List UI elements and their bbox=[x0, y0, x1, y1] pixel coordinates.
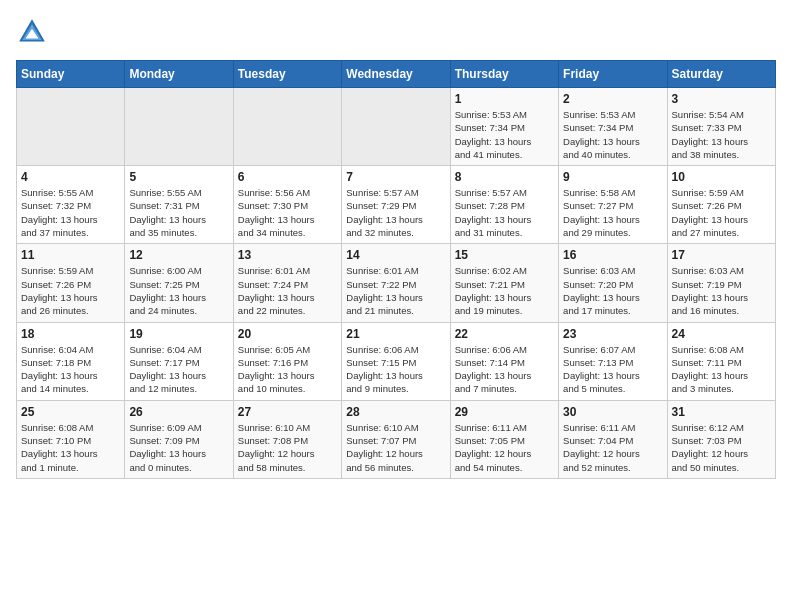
day-info: Sunrise: 5:59 AM Sunset: 7:26 PM Dayligh… bbox=[21, 264, 120, 317]
day-cell bbox=[125, 88, 233, 166]
day-cell: 17Sunrise: 6:03 AM Sunset: 7:19 PM Dayli… bbox=[667, 244, 775, 322]
day-info: Sunrise: 5:59 AM Sunset: 7:26 PM Dayligh… bbox=[672, 186, 771, 239]
day-cell: 26Sunrise: 6:09 AM Sunset: 7:09 PM Dayli… bbox=[125, 400, 233, 478]
day-number: 25 bbox=[21, 405, 120, 419]
day-cell: 31Sunrise: 6:12 AM Sunset: 7:03 PM Dayli… bbox=[667, 400, 775, 478]
day-info: Sunrise: 5:55 AM Sunset: 7:32 PM Dayligh… bbox=[21, 186, 120, 239]
day-number: 18 bbox=[21, 327, 120, 341]
day-cell: 4Sunrise: 5:55 AM Sunset: 7:32 PM Daylig… bbox=[17, 166, 125, 244]
day-cell: 21Sunrise: 6:06 AM Sunset: 7:15 PM Dayli… bbox=[342, 322, 450, 400]
day-cell bbox=[342, 88, 450, 166]
day-cell: 3Sunrise: 5:54 AM Sunset: 7:33 PM Daylig… bbox=[667, 88, 775, 166]
day-cell: 8Sunrise: 5:57 AM Sunset: 7:28 PM Daylig… bbox=[450, 166, 558, 244]
day-number: 1 bbox=[455, 92, 554, 106]
day-cell: 30Sunrise: 6:11 AM Sunset: 7:04 PM Dayli… bbox=[559, 400, 667, 478]
week-row-4: 18Sunrise: 6:04 AM Sunset: 7:18 PM Dayli… bbox=[17, 322, 776, 400]
day-number: 14 bbox=[346, 248, 445, 262]
day-cell: 2Sunrise: 5:53 AM Sunset: 7:34 PM Daylig… bbox=[559, 88, 667, 166]
day-cell: 20Sunrise: 6:05 AM Sunset: 7:16 PM Dayli… bbox=[233, 322, 341, 400]
day-number: 17 bbox=[672, 248, 771, 262]
day-cell: 18Sunrise: 6:04 AM Sunset: 7:18 PM Dayli… bbox=[17, 322, 125, 400]
day-info: Sunrise: 6:04 AM Sunset: 7:18 PM Dayligh… bbox=[21, 343, 120, 396]
day-info: Sunrise: 6:05 AM Sunset: 7:16 PM Dayligh… bbox=[238, 343, 337, 396]
day-cell: 9Sunrise: 5:58 AM Sunset: 7:27 PM Daylig… bbox=[559, 166, 667, 244]
day-cell: 19Sunrise: 6:04 AM Sunset: 7:17 PM Dayli… bbox=[125, 322, 233, 400]
day-cell: 5Sunrise: 5:55 AM Sunset: 7:31 PM Daylig… bbox=[125, 166, 233, 244]
day-number: 31 bbox=[672, 405, 771, 419]
day-info: Sunrise: 5:57 AM Sunset: 7:28 PM Dayligh… bbox=[455, 186, 554, 239]
day-info: Sunrise: 6:12 AM Sunset: 7:03 PM Dayligh… bbox=[672, 421, 771, 474]
header-cell-tuesday: Tuesday bbox=[233, 61, 341, 88]
day-cell: 29Sunrise: 6:11 AM Sunset: 7:05 PM Dayli… bbox=[450, 400, 558, 478]
week-row-2: 4Sunrise: 5:55 AM Sunset: 7:32 PM Daylig… bbox=[17, 166, 776, 244]
day-info: Sunrise: 6:07 AM Sunset: 7:13 PM Dayligh… bbox=[563, 343, 662, 396]
calendar-body: 1Sunrise: 5:53 AM Sunset: 7:34 PM Daylig… bbox=[17, 88, 776, 479]
day-cell: 6Sunrise: 5:56 AM Sunset: 7:30 PM Daylig… bbox=[233, 166, 341, 244]
week-row-1: 1Sunrise: 5:53 AM Sunset: 7:34 PM Daylig… bbox=[17, 88, 776, 166]
day-cell: 27Sunrise: 6:10 AM Sunset: 7:08 PM Dayli… bbox=[233, 400, 341, 478]
day-cell: 16Sunrise: 6:03 AM Sunset: 7:20 PM Dayli… bbox=[559, 244, 667, 322]
header-row: SundayMondayTuesdayWednesdayThursdayFrid… bbox=[17, 61, 776, 88]
day-cell: 7Sunrise: 5:57 AM Sunset: 7:29 PM Daylig… bbox=[342, 166, 450, 244]
header-cell-thursday: Thursday bbox=[450, 61, 558, 88]
day-info: Sunrise: 6:04 AM Sunset: 7:17 PM Dayligh… bbox=[129, 343, 228, 396]
header-cell-monday: Monday bbox=[125, 61, 233, 88]
day-info: Sunrise: 5:54 AM Sunset: 7:33 PM Dayligh… bbox=[672, 108, 771, 161]
day-info: Sunrise: 6:03 AM Sunset: 7:20 PM Dayligh… bbox=[563, 264, 662, 317]
day-cell: 14Sunrise: 6:01 AM Sunset: 7:22 PM Dayli… bbox=[342, 244, 450, 322]
day-number: 13 bbox=[238, 248, 337, 262]
day-cell: 23Sunrise: 6:07 AM Sunset: 7:13 PM Dayli… bbox=[559, 322, 667, 400]
day-info: Sunrise: 6:06 AM Sunset: 7:15 PM Dayligh… bbox=[346, 343, 445, 396]
day-info: Sunrise: 6:09 AM Sunset: 7:09 PM Dayligh… bbox=[129, 421, 228, 474]
day-cell bbox=[233, 88, 341, 166]
header-cell-friday: Friday bbox=[559, 61, 667, 88]
day-info: Sunrise: 6:01 AM Sunset: 7:24 PM Dayligh… bbox=[238, 264, 337, 317]
day-cell bbox=[17, 88, 125, 166]
day-number: 8 bbox=[455, 170, 554, 184]
day-number: 20 bbox=[238, 327, 337, 341]
day-number: 23 bbox=[563, 327, 662, 341]
header-cell-saturday: Saturday bbox=[667, 61, 775, 88]
day-number: 30 bbox=[563, 405, 662, 419]
day-cell: 11Sunrise: 5:59 AM Sunset: 7:26 PM Dayli… bbox=[17, 244, 125, 322]
day-number: 26 bbox=[129, 405, 228, 419]
day-cell: 24Sunrise: 6:08 AM Sunset: 7:11 PM Dayli… bbox=[667, 322, 775, 400]
day-info: Sunrise: 6:11 AM Sunset: 7:05 PM Dayligh… bbox=[455, 421, 554, 474]
day-cell: 12Sunrise: 6:00 AM Sunset: 7:25 PM Dayli… bbox=[125, 244, 233, 322]
week-row-5: 25Sunrise: 6:08 AM Sunset: 7:10 PM Dayli… bbox=[17, 400, 776, 478]
logo bbox=[16, 16, 52, 48]
day-info: Sunrise: 5:58 AM Sunset: 7:27 PM Dayligh… bbox=[563, 186, 662, 239]
day-number: 28 bbox=[346, 405, 445, 419]
header-cell-sunday: Sunday bbox=[17, 61, 125, 88]
day-info: Sunrise: 6:11 AM Sunset: 7:04 PM Dayligh… bbox=[563, 421, 662, 474]
day-cell: 28Sunrise: 6:10 AM Sunset: 7:07 PM Dayli… bbox=[342, 400, 450, 478]
day-info: Sunrise: 6:03 AM Sunset: 7:19 PM Dayligh… bbox=[672, 264, 771, 317]
week-row-3: 11Sunrise: 5:59 AM Sunset: 7:26 PM Dayli… bbox=[17, 244, 776, 322]
day-number: 3 bbox=[672, 92, 771, 106]
day-cell: 25Sunrise: 6:08 AM Sunset: 7:10 PM Dayli… bbox=[17, 400, 125, 478]
day-number: 12 bbox=[129, 248, 228, 262]
day-number: 2 bbox=[563, 92, 662, 106]
day-number: 4 bbox=[21, 170, 120, 184]
day-info: Sunrise: 6:02 AM Sunset: 7:21 PM Dayligh… bbox=[455, 264, 554, 317]
calendar-header: SundayMondayTuesdayWednesdayThursdayFrid… bbox=[17, 61, 776, 88]
day-number: 6 bbox=[238, 170, 337, 184]
day-cell: 22Sunrise: 6:06 AM Sunset: 7:14 PM Dayli… bbox=[450, 322, 558, 400]
day-number: 9 bbox=[563, 170, 662, 184]
day-info: Sunrise: 6:00 AM Sunset: 7:25 PM Dayligh… bbox=[129, 264, 228, 317]
logo-icon bbox=[16, 16, 48, 48]
day-number: 11 bbox=[21, 248, 120, 262]
header-cell-wednesday: Wednesday bbox=[342, 61, 450, 88]
day-number: 5 bbox=[129, 170, 228, 184]
day-number: 22 bbox=[455, 327, 554, 341]
day-cell: 15Sunrise: 6:02 AM Sunset: 7:21 PM Dayli… bbox=[450, 244, 558, 322]
day-number: 7 bbox=[346, 170, 445, 184]
day-info: Sunrise: 6:10 AM Sunset: 7:07 PM Dayligh… bbox=[346, 421, 445, 474]
day-info: Sunrise: 6:08 AM Sunset: 7:11 PM Dayligh… bbox=[672, 343, 771, 396]
day-info: Sunrise: 6:10 AM Sunset: 7:08 PM Dayligh… bbox=[238, 421, 337, 474]
day-info: Sunrise: 6:08 AM Sunset: 7:10 PM Dayligh… bbox=[21, 421, 120, 474]
day-info: Sunrise: 5:53 AM Sunset: 7:34 PM Dayligh… bbox=[455, 108, 554, 161]
day-number: 10 bbox=[672, 170, 771, 184]
day-number: 29 bbox=[455, 405, 554, 419]
day-info: Sunrise: 6:01 AM Sunset: 7:22 PM Dayligh… bbox=[346, 264, 445, 317]
